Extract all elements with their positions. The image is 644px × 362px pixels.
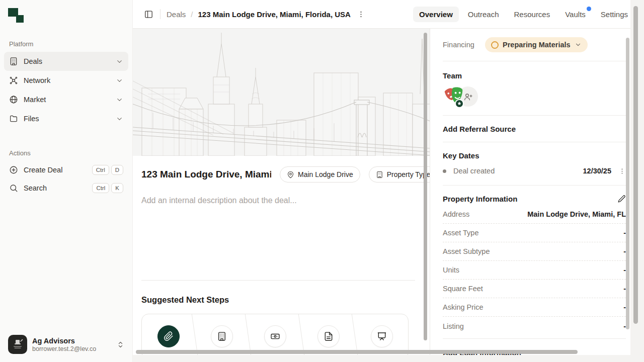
create-deal-shortcut: Ctrl D [92, 165, 123, 175]
chip-address[interactable]: Main Lodge Drive [280, 166, 360, 183]
divider [141, 280, 415, 281]
breadcrumb-deals[interactable]: Deals [167, 10, 186, 19]
breadcrumb-separator: / [191, 10, 193, 19]
sidebar-item-files[interactable]: Files [4, 109, 128, 128]
horizontal-scrollbar[interactable] [136, 350, 578, 354]
building-icon [9, 57, 18, 66]
chevrons-up-down-icon [117, 341, 124, 348]
breadcrumb-current-deal: 123 Main Lodge Drive, Miami, Florida, US… [198, 10, 351, 19]
chip-label: Main Lodge Drive [298, 170, 353, 178]
sidebar-toggle-button[interactable] [141, 7, 156, 22]
notification-dot [587, 7, 591, 11]
globe-icon [9, 95, 18, 104]
chevron-down-icon[interactable] [116, 77, 123, 84]
kbd-key: D [111, 165, 123, 175]
pencil-icon [617, 195, 626, 203]
property-information-label: Property Information [443, 195, 517, 203]
platform-section-label: Platform [9, 40, 128, 48]
deal-workspace: Deals / 123 Main Lodge Drive, Miami, Flo… [133, 0, 644, 362]
presentation-icon [371, 325, 393, 347]
key-dates-section: Key Dates Deal created 12/30/25 [443, 142, 626, 186]
financing-row: Financing Preparing Materials [443, 29, 626, 61]
topbar: Deals / 123 Main Lodge Drive, Miami, Flo… [133, 0, 644, 29]
chip-property-type[interactable]: Property Type [369, 166, 430, 183]
city-skyline-illustration [133, 29, 430, 156]
chevron-down-icon [575, 41, 582, 48]
sidebar-item-market[interactable]: Market [4, 90, 128, 109]
team-label: Team [443, 71, 626, 80]
user-account-switcher[interactable]: Ag Advisors borrower.test.2@lev.co [4, 332, 128, 357]
deal-title: 123 Main Lodge Drive, Miami, Florida, US… [141, 169, 271, 180]
financing-status-value: Preparing Materials [503, 41, 571, 49]
user-email: borrower.test.2@lev.co [32, 345, 112, 352]
property-row-units: Units - [443, 261, 626, 280]
actions-section-label: Actions [9, 149, 128, 157]
kbd-key: Ctrl [92, 183, 109, 194]
sidebar-item-label: Market [24, 96, 110, 104]
property-row-asset-type: Asset Type - [443, 224, 626, 242]
bottom-gutter [133, 355, 644, 362]
property-row-square-feet: Square Feet - [443, 280, 626, 298]
financing-label: Financing [443, 41, 485, 49]
sidebar-item-deals[interactable]: Deals [4, 52, 128, 71]
panel-scrollbar[interactable] [626, 38, 629, 329]
page-scrollbar[interactable] [633, 6, 638, 324]
edit-property-info-button[interactable] [617, 195, 626, 203]
kebab-menu-icon [618, 167, 626, 175]
building-icon [211, 325, 233, 347]
sidebar-item-label: Network [24, 76, 110, 84]
folder-icon [9, 114, 18, 123]
create-deal-label: Create Deal [24, 166, 87, 174]
user-org-name: Ag Advisors [32, 337, 112, 345]
sidebar-item-label: Deals [24, 57, 110, 65]
deal-details-panel: Financing Preparing Materials Team [430, 29, 644, 362]
kebab-menu-icon [357, 10, 365, 19]
org-avatar [8, 335, 27, 354]
property-row-asking-price: Asking Price - [443, 298, 626, 317]
team-role-badge-icon [455, 99, 464, 108]
tab-resources[interactable]: Resources [508, 7, 556, 22]
suggested-next-steps-title: Suggested Next Steps [141, 295, 415, 305]
sidebar-item-network[interactable]: Network [4, 71, 128, 90]
tab-overview[interactable]: Overview [413, 7, 459, 22]
kbd-key: K [111, 183, 123, 194]
create-deal-button[interactable]: Create Deal Ctrl D [4, 161, 128, 179]
search-icon [9, 184, 18, 193]
paperclip-icon [157, 325, 180, 347]
key-dates-label: Key Dates [443, 151, 626, 160]
network-icon [9, 76, 18, 85]
financing-status-dropdown[interactable]: Preparing Materials [485, 37, 588, 52]
app-logo-icon[interactable] [8, 7, 25, 25]
tab-settings[interactable]: Settings [595, 7, 634, 22]
sidebar: Platform Deals Network Market Files [0, 0, 133, 362]
main-column-scrollbar[interactable] [424, 33, 427, 340]
add-referral-source-button[interactable]: Add Referral Source [443, 116, 626, 142]
search-shortcut: Ctrl K [92, 183, 123, 194]
deal-description-input[interactable] [141, 196, 415, 205]
search-label: Search [24, 184, 87, 192]
panel-left-icon [144, 10, 153, 19]
chevron-down-icon[interactable] [116, 115, 123, 123]
status-ring-icon [491, 41, 499, 49]
key-date-options-button[interactable] [618, 167, 626, 175]
tab-outreach[interactable]: Outreach [462, 7, 505, 22]
bullet-dot-icon [443, 169, 446, 173]
property-row-listing: Listing - [443, 317, 626, 335]
team-section: Team [443, 61, 626, 116]
chevron-down-icon[interactable] [116, 58, 123, 65]
key-date-row: Deal created 12/30/25 [443, 167, 626, 176]
banknote-icon [264, 325, 286, 347]
deal-options-button[interactable] [354, 7, 369, 22]
deal-main-column: 123 Main Lodge Drive, Miami, Florida, US… [133, 29, 430, 362]
tab-vaults[interactable]: Vaults [559, 7, 592, 22]
circle-plus-icon [9, 165, 18, 174]
sidebar-item-label: Files [24, 115, 110, 123]
key-date-value: 12/30/25 [583, 167, 611, 175]
divider [160, 9, 160, 19]
deal-tabs: Overview Outreach Resources Vaults Setti… [413, 7, 634, 22]
property-row-address: Address Main Lodge Drive, Miami, FL [443, 205, 626, 224]
search-button[interactable]: Search Ctrl K [4, 179, 128, 197]
property-information-section: Property Information Address Main Lodge … [443, 186, 626, 339]
chevron-down-icon[interactable] [116, 96, 123, 104]
kbd-key: Ctrl [92, 165, 109, 175]
